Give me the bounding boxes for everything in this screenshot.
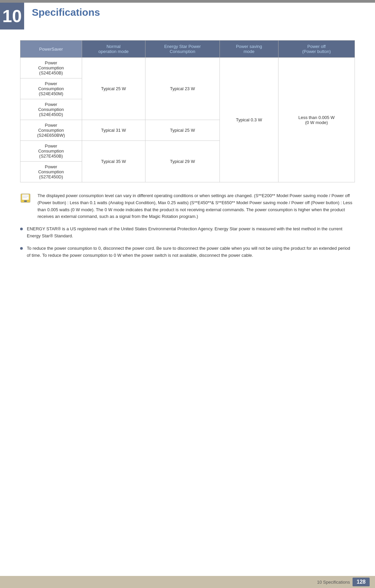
cell-label: Power Consumption (S27E450B) bbox=[20, 141, 82, 162]
cell-label: Power Consumption (S24E450M) bbox=[20, 78, 82, 99]
col-header-normal: Normal operation mode bbox=[82, 41, 145, 58]
notes-section: The displayed power consumption level ca… bbox=[20, 192, 355, 259]
table-row: Power Consumption (S24E450B)Typical 25 W… bbox=[20, 58, 355, 78]
cell-normal: Typical 25 W bbox=[82, 58, 145, 120]
chapter-number: 10 bbox=[2, 7, 22, 25]
col-header-energy: Energy Star Power Consumption bbox=[145, 41, 220, 58]
footer-page: 128 bbox=[353, 578, 370, 586]
cell-energy: Typical 29 W bbox=[145, 141, 220, 182]
chapter-badge: 10 bbox=[0, 3, 24, 30]
notebook-icon bbox=[20, 193, 32, 204]
cell-label: Power Consumption (S24E650BW) bbox=[20, 120, 82, 141]
svg-rect-1 bbox=[22, 194, 29, 200]
note-bullet bbox=[20, 247, 23, 250]
cell-normal: Typical 31 W bbox=[82, 120, 145, 141]
note-item: ENERGY STAR® is a US registered mark of … bbox=[20, 226, 355, 240]
cell-normal: Typical 35 W bbox=[82, 141, 145, 182]
header-bar bbox=[0, 0, 375, 3]
note-icon bbox=[20, 193, 34, 205]
note-item: To reduce the power consumption to 0, di… bbox=[20, 245, 355, 259]
col-header-powersaver: PowerSaver bbox=[20, 41, 82, 58]
cell-label: Power Consumption (S24E450D) bbox=[20, 99, 82, 120]
cell-saving: Typical 0.3 W bbox=[220, 58, 278, 182]
cell-energy: Typical 23 W bbox=[145, 58, 220, 120]
page-title: Specifications bbox=[32, 7, 100, 18]
main-content: PowerSaver Normal operation mode Energy … bbox=[20, 40, 355, 264]
cell-energy: Typical 25 W bbox=[145, 120, 220, 141]
note-bullet bbox=[20, 228, 23, 230]
cell-off: Less than 0.005 W (0 W mode) bbox=[278, 58, 355, 182]
cell-label: Power Consumption (S24E450B) bbox=[20, 58, 82, 78]
footer: 10 Specifications 128 bbox=[0, 576, 375, 588]
note-text: ENERGY STAR® is a US registered mark of … bbox=[27, 226, 355, 240]
spec-table: PowerSaver Normal operation mode Energy … bbox=[20, 40, 355, 182]
note-text: To reduce the power consumption to 0, di… bbox=[27, 245, 355, 259]
note-item: The displayed power consumption level ca… bbox=[20, 192, 355, 220]
cell-label: Power Consumption (S27E450D) bbox=[20, 162, 82, 182]
col-header-saving: Power saving mode bbox=[220, 41, 278, 58]
col-header-off: Power off (Power button) bbox=[278, 41, 355, 58]
footer-label: 10 Specifications bbox=[317, 580, 350, 585]
svg-rect-5 bbox=[24, 200, 27, 202]
note-text: The displayed power consumption level ca… bbox=[38, 192, 355, 220]
